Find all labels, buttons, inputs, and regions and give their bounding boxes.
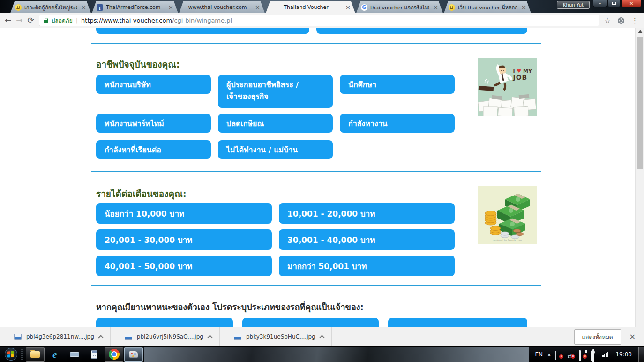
chevron-up-icon[interactable] (98, 335, 103, 340)
occupation-heading: อาชีพปัจจุบันของคุณ: (96, 57, 180, 71)
chevron-up-icon[interactable] (319, 335, 324, 340)
volume-icon[interactable] (591, 351, 597, 358)
cutoff-button-top-left[interactable] (96, 28, 309, 34)
explorer-taskbar-button[interactable] (26, 347, 45, 362)
occupation-option-company-employee[interactable]: พนักงานบริษัท (96, 75, 211, 94)
calculator-icon (91, 350, 97, 359)
job-illustration: I ♥ MY JOB (478, 58, 537, 116)
occupation-option-job-seeking[interactable]: กำลังหางาน (340, 114, 455, 133)
section-divider (91, 285, 541, 286)
tab-thaiarmedforce[interactable]: f ThaiArmedForce.com - × (92, 1, 178, 13)
language-indicator[interactable]: EN (535, 351, 543, 358)
income-option-20001-30000[interactable]: 20,001 - 30,000 บาท (96, 229, 272, 250)
show-all-downloads-button[interactable]: แสดงทั้งหมด (574, 329, 621, 345)
occupation-row-1: พนักงานบริษัท ผู้ประกอบอาชีพอิสระ / เจ้า… (96, 75, 455, 108)
occupation-option-student[interactable]: นักศึกษา (340, 75, 455, 94)
income-option-10001-20000[interactable]: 10,001 - 20,000 บาท (279, 203, 455, 224)
chevron-up-icon[interactable] (207, 335, 212, 340)
taskbar-clock[interactable]: 19:00 (615, 351, 632, 358)
income-row-1: น้อยกว่า 10,000 บาท 10,001 - 20,000 บาท (96, 203, 455, 224)
occupation-option-freelance-owner[interactable]: ผู้ประกอบอาชีพอิสระ / เจ้าของธุรกิจ (218, 75, 333, 108)
bookmark-star-icon[interactable]: ☆ (604, 16, 611, 25)
download-item[interactable]: pbl2u6vrj5iN9SaO....jpg (111, 327, 220, 346)
scrollbar-thumb[interactable] (637, 37, 643, 169)
back-icon[interactable]: ← (5, 16, 11, 24)
address-bar[interactable]: ปลอดภัย | https://www.thai-voucher.com/c… (39, 15, 599, 26)
vehicle-option-1[interactable] (96, 318, 233, 327)
download-filename: pbky3k91ueSbHuC....jpg (246, 333, 315, 340)
browser-window: เกาะติดกู้ภัยครั้งใหญ่ระดับภา × f ThaiAr… (0, 0, 644, 362)
onscreen-keyboard-taskbar-button[interactable] (65, 347, 84, 362)
download-bar-close-icon[interactable]: ✕ (629, 332, 636, 341)
page-content: อาชีพปัจจุบันของคุณ: พนักงานบริษัท ผู้ปร… (0, 28, 644, 327)
download-bar: pbl4g3e6p2811nw....jpg pbl2u6vrj5iN9SaO.… (0, 327, 644, 346)
url-text: https://www.thai-voucher.com/cgi-bin/win… (81, 17, 232, 24)
income-option-40001-50000[interactable]: 40,001 - 50,000 บาท (96, 256, 272, 276)
tab-close-icon[interactable]: × (80, 4, 87, 11)
scroll-up-icon[interactable] (638, 30, 643, 33)
tab-title: thai voucher แจกจริงไหม (370, 3, 429, 12)
keyboard-icon (70, 352, 79, 357)
page-scrollbar[interactable] (635, 28, 644, 327)
browser-toolbar: ← → ⟳ ปลอดภัย | https://www.thai-voucher… (0, 13, 644, 28)
vehicle-option-3[interactable] (388, 318, 527, 327)
show-desktop-button[interactable] (638, 347, 644, 362)
sync-status-icon[interactable]: ⇄✕ (567, 351, 574, 358)
forward-icon[interactable]: → (16, 16, 22, 24)
image-file-icon (125, 334, 132, 340)
reload-icon[interactable]: ⟳ (28, 16, 34, 24)
tab-title: ThaiArmedForce.com - (106, 4, 165, 10)
network-status-icon[interactable]: ✕ (579, 351, 585, 358)
profile-name-button[interactable]: Khun Yut (557, 1, 590, 9)
chrome-taskbar-button[interactable] (105, 347, 123, 362)
section-divider (91, 43, 541, 44)
tab-close-icon[interactable]: × (254, 4, 261, 11)
vehicle-heading: หากคุณมียานพาหนะของตัวเอง โปรดระบุประเภท… (96, 300, 364, 314)
income-option-lt-10000[interactable]: น้อยกว่า 10,000 บาท (96, 203, 272, 224)
start-button[interactable] (3, 347, 19, 362)
windows-logo-icon (5, 348, 17, 361)
tab-google-search[interactable]: G thai voucher แจกจริงไหม × (356, 1, 443, 13)
vehicle-option-2[interactable] (242, 318, 379, 327)
job-image-caption: I ♥ MY JOB (513, 68, 532, 81)
tab-close-icon[interactable]: × (520, 4, 527, 11)
tab-rescue-news[interactable]: เกาะติดกู้ภัยครั้งใหญ่ระดับภา × (10, 1, 91, 13)
signal-strength-icon[interactable] (602, 352, 608, 357)
smiley-favicon-icon (449, 4, 455, 11)
chrome-menu-icon[interactable]: ⋮ (631, 16, 638, 25)
extension-icon[interactable] (617, 17, 625, 24)
paint-taskbar-button[interactable] (124, 347, 143, 362)
close-button[interactable]: ✕ (621, 0, 642, 7)
calculator-taskbar-button[interactable] (85, 347, 104, 362)
occupation-option-not-working[interactable]: ไม่ได้ทำงาน / แม่บ้าน (218, 140, 333, 159)
internet-explorer-taskbar-button[interactable]: e (45, 347, 64, 362)
url-host: https://www.thai-voucher.com (81, 17, 172, 24)
window-controls: – ✕ (592, 0, 642, 7)
income-option-gt-50001[interactable]: มากกว่า 50,001 บาท (279, 256, 455, 276)
minimize-button[interactable]: – (593, 0, 607, 7)
address-separator: | (76, 17, 78, 24)
cutoff-button-top-right[interactable] (316, 28, 527, 34)
tab-thai-voucher-home[interactable]: www.thai-voucher.com × (179, 1, 265, 13)
download-item[interactable]: pbky3k91ueSbHuC....jpg (220, 327, 332, 346)
section-divider (91, 171, 541, 172)
download-item[interactable]: pbl4g3e6p2811nw....jpg (0, 327, 111, 346)
error-badge-icon: ✕ (571, 354, 575, 359)
download-filename: pbl4g3e6p2811nw....jpg (26, 333, 94, 340)
action-center-flag-icon[interactable]: ✕ (555, 351, 562, 358)
tab-thailand-voucher-active[interactable]: Thailand Voucher × (266, 1, 355, 13)
occupation-option-seeking-study[interactable]: กำลังหาที่เรียนต่อ (96, 140, 211, 159)
tab-close-icon[interactable]: × (432, 4, 439, 11)
smiley-favicon-icon (15, 4, 22, 11)
occupation-option-retired[interactable]: ปลดเกษียณ (218, 114, 333, 133)
income-row-3: 40,001 - 50,000 บาท มากกว่า 50,001 บาท (96, 256, 455, 276)
income-option-30001-40000[interactable]: 30,001 - 40,000 บาท (279, 229, 455, 250)
occupation-option-parttime[interactable]: พนักงานพาร์ทไทม์ (96, 114, 211, 133)
show-hidden-icons-icon[interactable]: ▲ (548, 353, 550, 356)
maximize-button[interactable] (607, 0, 621, 7)
tab-pantip-thread[interactable]: เว็บ thai-voucher นี่หลอก × (444, 1, 531, 13)
title-bar: เกาะติดกู้ภัยครั้งใหญ่ระดับภา × f ThaiAr… (0, 0, 644, 13)
income-heading: รายได้ต่อเดือนของคุณ: (96, 187, 187, 201)
tab-close-icon[interactable]: × (167, 4, 174, 11)
tab-close-icon[interactable]: × (344, 4, 352, 11)
